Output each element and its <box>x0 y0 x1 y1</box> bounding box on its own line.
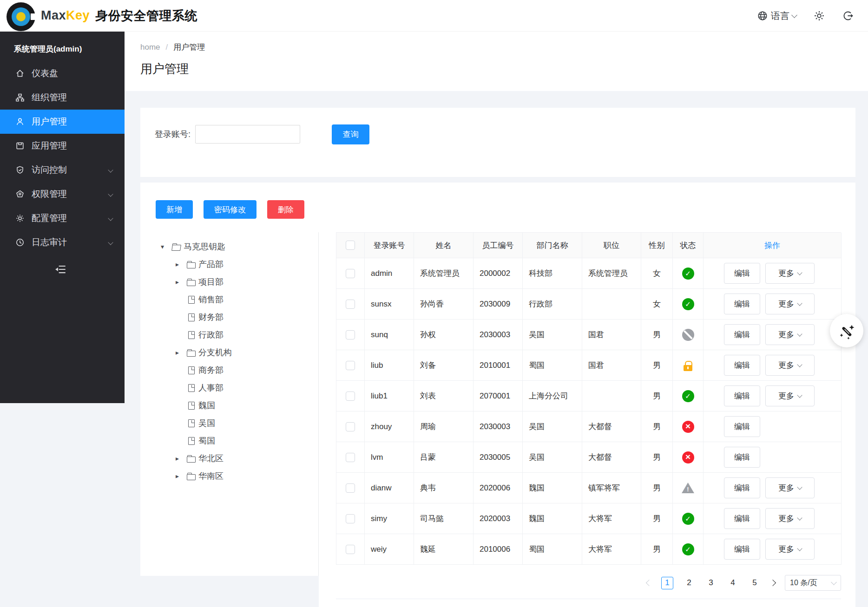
tree-node[interactable]: 商务部 <box>140 361 318 379</box>
app-header: Max Key 身份安全管理系统 语言 <box>0 0 868 32</box>
edit-button[interactable]: 编辑 <box>724 508 760 529</box>
row-checkbox[interactable] <box>346 300 355 309</box>
sidebar-item-permissions[interactable]: 权限管理 <box>0 182 125 206</box>
sidebar-item-organization[interactable]: 组织管理 <box>0 85 125 110</box>
sidebar-item-users[interactable]: 用户管理 <box>0 110 125 134</box>
tree-node[interactable]: 财务部 <box>140 308 318 326</box>
cell-status <box>673 473 704 503</box>
page-number[interactable]: 1 <box>661 577 673 589</box>
select-all-checkbox[interactable] <box>346 241 355 250</box>
edit-button[interactable]: 编辑 <box>724 416 760 437</box>
sidebar-item-dashboard[interactable]: 仪表盘 <box>0 61 125 85</box>
tree-node-label: 商务部 <box>198 365 224 376</box>
more-button[interactable]: 更多 <box>765 324 815 345</box>
table-row: admin 系统管理员 2000002 科技部 系统管理员 女 编辑 <box>336 258 841 289</box>
page-size-select[interactable]: 10 条/页 <box>785 575 841 591</box>
edit-button[interactable]: 编辑 <box>724 324 760 345</box>
sidebar-item-access-control[interactable]: 访问控制 <box>0 158 125 182</box>
row-checkbox[interactable] <box>346 422 355 431</box>
logout-icon[interactable] <box>842 10 854 22</box>
tree-node[interactable]: 分支机构 <box>140 344 318 361</box>
more-button[interactable]: 更多 <box>765 294 815 314</box>
tree-node[interactable]: 华北区 <box>140 450 318 467</box>
edit-button[interactable]: 编辑 <box>724 447 760 468</box>
tree-caret-icon[interactable] <box>176 472 187 480</box>
tree-caret-icon[interactable] <box>176 278 187 286</box>
edit-button[interactable]: 编辑 <box>724 294 760 314</box>
edit-button[interactable]: 编辑 <box>724 539 760 560</box>
tree-node[interactable]: 蜀国 <box>140 432 318 450</box>
sidebar-item-audit-logs[interactable]: 日志审计 <box>0 230 125 255</box>
tree-node[interactable]: 项目部 <box>140 273 318 291</box>
cell-actions: 编辑 更多 <box>704 534 842 565</box>
page-number[interactable]: 5 <box>749 577 761 589</box>
settings-gear-icon[interactable] <box>813 10 825 22</box>
cell-status <box>673 258 704 289</box>
tree-caret-icon[interactable] <box>176 261 187 268</box>
sidebar-item-applications[interactable]: 应用管理 <box>0 134 125 158</box>
tree-node[interactable]: 人事部 <box>140 379 318 397</box>
more-button[interactable]: 更多 <box>765 508 815 529</box>
page-number[interactable]: 3 <box>705 577 717 589</box>
query-button[interactable]: 查询 <box>332 124 369 144</box>
more-button[interactable]: 更多 <box>765 355 815 376</box>
breadcrumb-home-link[interactable]: home <box>140 43 160 52</box>
tree-caret-icon[interactable] <box>161 243 172 250</box>
tree-caret-icon[interactable] <box>176 349 187 356</box>
tree-node[interactable]: 行政部 <box>140 326 318 344</box>
more-button-label: 更多 <box>778 544 794 555</box>
table-row: simy 司马懿 2020003 魏国 大将军 男 编辑 <box>336 503 841 534</box>
row-checkbox[interactable] <box>346 330 355 339</box>
page-numbers: 1 2 3 4 5 <box>661 577 761 589</box>
cell-status <box>673 411 704 442</box>
more-button[interactable]: 更多 <box>765 263 815 284</box>
tree-node[interactable]: 华南区 <box>140 467 318 485</box>
tree-caret-icon[interactable] <box>176 455 187 462</box>
login-account-input[interactable] <box>195 125 300 144</box>
tree-node[interactable]: 销售部 <box>140 291 318 308</box>
sidebar-item-configuration[interactable]: 配置管理 <box>0 206 125 230</box>
chevron-down-icon <box>797 270 802 275</box>
row-checkbox[interactable] <box>346 483 355 493</box>
row-checkbox[interactable] <box>346 392 355 401</box>
cell-department: 魏国 <box>523 503 582 534</box>
row-checkbox[interactable] <box>346 453 355 462</box>
select-all-checkbox-cell <box>336 233 365 258</box>
edit-button[interactable]: 编辑 <box>724 355 760 376</box>
column-header: 部门名称 <box>523 233 582 258</box>
more-button[interactable]: 更多 <box>765 477 815 498</box>
previous-page-icon[interactable] <box>646 580 652 586</box>
cell-gender: 男 <box>641 534 673 565</box>
cell-department: 行政部 <box>523 289 582 320</box>
tree-node[interactable]: 吴国 <box>140 414 318 432</box>
language-selector[interactable]: 语言 <box>757 10 796 22</box>
sidebar-collapse-button[interactable] <box>0 258 125 281</box>
row-checkbox[interactable] <box>346 361 355 370</box>
more-button[interactable]: 更多 <box>765 385 815 406</box>
sidebar-item-label: 配置管理 <box>32 212 67 224</box>
page-number[interactable]: 2 <box>683 577 695 589</box>
edit-button[interactable]: 编辑 <box>724 263 760 284</box>
edit-button[interactable]: 编辑 <box>724 477 760 498</box>
cell-gender: 男 <box>641 442 673 473</box>
row-checkbox[interactable] <box>346 269 355 278</box>
next-page-icon[interactable] <box>769 580 776 586</box>
cell-position: 大都督 <box>582 411 641 442</box>
tree-node[interactable]: 马克思钥匙 <box>140 238 318 255</box>
status-icon <box>682 543 694 555</box>
edit-button[interactable]: 编辑 <box>724 385 760 406</box>
magic-wand-fab[interactable] <box>830 314 863 347</box>
more-button[interactable]: 更多 <box>765 539 815 560</box>
tree-node[interactable]: 魏国 <box>140 397 318 414</box>
more-button-label: 更多 <box>778 329 794 340</box>
page-number[interactable]: 4 <box>727 577 739 589</box>
delete-button[interactable]: 删除 <box>267 200 304 219</box>
row-checkbox[interactable] <box>346 545 355 554</box>
tree-node-icon <box>187 313 197 321</box>
cell-position: 大都督 <box>582 442 641 473</box>
chevron-down-icon <box>797 362 802 367</box>
row-checkbox[interactable] <box>346 514 355 523</box>
add-button[interactable]: 新增 <box>156 200 193 219</box>
tree-node[interactable]: 产品部 <box>140 255 318 273</box>
change-password-button[interactable]: 密码修改 <box>204 200 256 219</box>
